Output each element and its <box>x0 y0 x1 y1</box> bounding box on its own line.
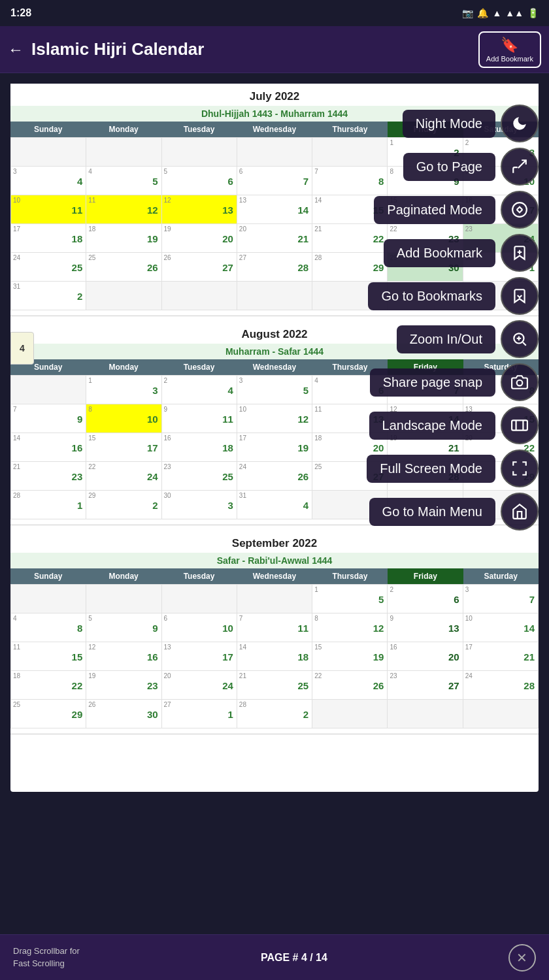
go-to-main-menu-icon-btn[interactable] <box>501 493 539 531</box>
go-to-page-label[interactable]: Go to Page <box>403 153 495 181</box>
col-header: Tuesday <box>161 122 237 137</box>
landscape-mode-icon-btn[interactable] <box>501 406 539 444</box>
hijri-date: 19 <box>239 442 310 453</box>
hijri-date: 2 <box>88 500 159 511</box>
cal-cell: 2428 <box>463 671 539 700</box>
cal-header: SundayMondayTuesdayWednesdayThursdayFrid… <box>10 568 539 584</box>
share-page-snap-icon-btn[interactable] <box>501 363 539 401</box>
add-bookmark-button[interactable]: 🔖 Add Bookmark <box>478 31 541 68</box>
cal-cell: 1213 <box>162 195 237 224</box>
hijri-date: 3 <box>88 385 159 396</box>
cal-cell: 282 <box>237 700 312 728</box>
cal-cell: 1718 <box>11 224 86 253</box>
notification-icon: 🔔 <box>477 8 488 18</box>
back-button[interactable]: ← <box>8 41 24 59</box>
hijri-date: 13 <box>164 204 235 216</box>
top-bar: ← Islamic Hijri Calendar 🔖 Add Bookmark <box>0 26 549 73</box>
greg-date: 25 <box>13 701 20 708</box>
page-indicator: PAGE # 4 / 14 <box>261 952 327 964</box>
hijri-date: 10 <box>88 414 159 425</box>
close-icon: ✕ <box>516 950 527 966</box>
hijri-date: 4 <box>13 176 84 187</box>
hijri-date: 7 <box>465 594 536 605</box>
cal-cell <box>86 585 161 613</box>
overlay-item-go-to-page: Go to Page <box>367 148 539 186</box>
add-bookmark-label: Add Bookmark <box>486 55 533 63</box>
landscape-mode-label[interactable]: Landscape Mode <box>369 412 495 440</box>
go-to-bookmarks-label[interactable]: Go to Bookmarks <box>368 282 495 310</box>
greg-date: 10 <box>13 197 20 204</box>
hijri-date: 12 <box>239 414 310 425</box>
cal-cell <box>312 700 388 728</box>
cal-cell: 56 <box>162 167 237 195</box>
cal-cell <box>86 282 161 310</box>
col-header: Wednesday <box>237 359 312 375</box>
svg-line-0 <box>518 160 526 168</box>
greg-date: 16 <box>390 644 397 651</box>
close-button[interactable]: ✕ <box>508 944 536 972</box>
add-bookmark-menu-icon-btn[interactable] <box>501 234 539 272</box>
signal-icon: ▲▲ <box>505 8 524 18</box>
hijri-date: 26 <box>314 680 385 691</box>
go-to-main-menu-label[interactable]: Go to Main Menu <box>369 498 495 526</box>
greg-date: 20 <box>239 225 246 233</box>
zoom-inout-icon-btn[interactable] <box>501 320 539 358</box>
cal-cell <box>237 585 312 613</box>
cal-cell <box>388 700 463 728</box>
add-bookmark-menu-label[interactable]: Add Bookmark <box>384 239 495 267</box>
hijri-date: 21 <box>239 233 310 244</box>
col-header: Monday <box>86 122 161 137</box>
overlay-item-night-mode: Night Mode <box>367 105 539 142</box>
hijri-date: 30 <box>88 709 159 720</box>
paginated-mode-icon-btn[interactable] <box>501 191 539 229</box>
overlay-item-share-page-snap: Share page snap <box>367 363 539 401</box>
cal-cell: 26 <box>388 585 463 613</box>
cal-cell: 711 <box>237 613 312 642</box>
full-screen-mode-icon-btn[interactable] <box>501 449 539 487</box>
cal-cell: 312 <box>11 282 86 310</box>
zoom-inout-label[interactable]: Zoom In/Out <box>397 325 495 353</box>
page-title: Islamic Hijri Calendar <box>31 39 204 59</box>
cal-cell: 24 <box>162 376 237 404</box>
greg-date: 18 <box>88 225 95 233</box>
hijri-date: 24 <box>88 471 159 482</box>
hijri-date: 20 <box>164 233 235 244</box>
night-mode-label[interactable]: Night Mode <box>403 110 495 138</box>
page-tab: 4 <box>10 332 34 365</box>
cal-cell: 1920 <box>162 224 237 253</box>
go-to-bookmarks-icon-btn[interactable] <box>501 277 539 315</box>
cal-cell: 1719 <box>237 433 312 462</box>
hijri-date: 25 <box>239 680 310 691</box>
cal-cell: 59 <box>86 613 161 642</box>
night-mode-icon-btn[interactable] <box>501 105 539 142</box>
cal-cell: 2226 <box>312 671 388 700</box>
hijri-date: 16 <box>13 442 84 453</box>
greg-date: 26 <box>164 254 171 261</box>
greg-date: 5 <box>164 168 168 175</box>
greg-date: 29 <box>88 492 95 499</box>
hijri-date: 8 <box>13 623 84 634</box>
cal-cell: 45 <box>86 167 161 195</box>
greg-date: 4 <box>88 168 92 175</box>
hijri-date: 18 <box>239 651 310 662</box>
cal-cell <box>237 138 312 167</box>
greg-date: 11 <box>13 644 20 651</box>
full-screen-mode-label[interactable]: Full Screen Mode <box>367 455 495 483</box>
svg-line-5 <box>523 342 526 346</box>
greg-date: 3 <box>13 168 17 175</box>
hijri-date: 20 <box>390 651 460 662</box>
hijri-date: 3 <box>164 500 235 511</box>
share-page-snap-label[interactable]: Share page snap <box>370 368 495 397</box>
greg-date: 8 <box>88 406 92 413</box>
cal-cell: 913 <box>388 613 463 642</box>
go-to-page-icon-btn[interactable] <box>501 148 539 186</box>
cal-cell: 37 <box>463 585 539 613</box>
hijri-date: 11 <box>13 204 84 216</box>
paginated-mode-label[interactable]: Paginated Mode <box>374 196 495 224</box>
drag-scroll-text: Drag Scrollbar forFast Scrolling <box>13 945 80 969</box>
greg-date: 1 <box>88 377 92 384</box>
greg-date: 23 <box>390 672 397 679</box>
bookmark-add-icon: 🔖 <box>501 37 518 54</box>
col-header: Friday <box>388 568 463 584</box>
hijri-date: 27 <box>390 680 460 691</box>
